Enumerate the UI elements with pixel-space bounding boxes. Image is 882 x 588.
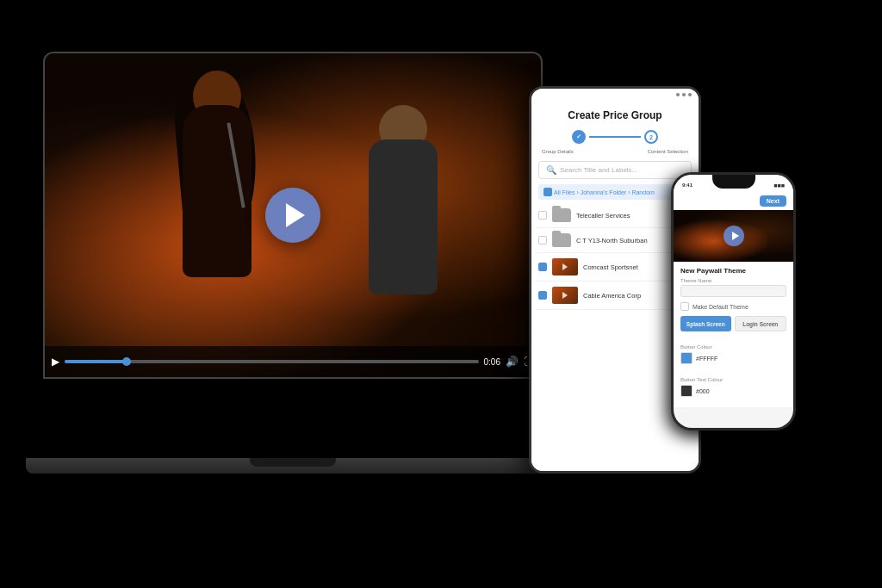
next-button[interactable]: Next bbox=[760, 195, 786, 207]
breadcrumb-bar: All Files › Johanna's Folder › Random bbox=[538, 184, 692, 200]
default-theme-label: Make Default Theme bbox=[693, 304, 748, 310]
play-icon bbox=[286, 203, 305, 227]
step-2-circle: 2 bbox=[644, 130, 658, 144]
button-text-color-row: #000 bbox=[680, 385, 786, 397]
button-color-label: Button Colour bbox=[680, 344, 712, 350]
file-checkbox-3[interactable] bbox=[538, 291, 547, 300]
control-play-icon[interactable]: ▶ bbox=[52, 356, 59, 368]
button-color-row: #FFFFF bbox=[680, 352, 786, 364]
button-text-color-value: #000 bbox=[696, 388, 710, 394]
search-placeholder-text: Search Title and Labels... bbox=[560, 166, 637, 174]
progress-fill bbox=[65, 360, 127, 363]
paywall-section-title: New Paywall Theme bbox=[680, 267, 786, 275]
theme-name-label: Theme Name bbox=[680, 278, 786, 283]
phone-device: 9:41 ■■■ Next New Paywall Theme Theme Na… bbox=[671, 172, 796, 430]
theme-name-input[interactable] bbox=[680, 285, 786, 297]
phone-screen: 9:41 ■■■ Next New Paywall Theme Theme Na… bbox=[674, 175, 793, 428]
laptop-notch bbox=[250, 458, 336, 467]
scene: ▶ 0:06 🔊 ⛶ bbox=[0, 0, 882, 588]
phone-notch bbox=[712, 175, 755, 189]
phone-top-bar: Next bbox=[674, 192, 793, 210]
status-dot-3 bbox=[688, 93, 692, 96]
phone-play-icon[interactable] bbox=[724, 226, 744, 246]
button-color-swatch[interactable] bbox=[680, 352, 693, 364]
paywall-form: New Paywall Theme Theme Name Make Defaul… bbox=[674, 262, 793, 407]
phone-concert-thumbnail bbox=[674, 210, 793, 262]
laptop: ▶ 0:06 🔊 ⛶ bbox=[43, 52, 560, 499]
video-controls-bar: ▶ 0:06 🔊 ⛶ bbox=[45, 346, 541, 377]
status-dot-2 bbox=[682, 93, 686, 96]
search-icon: 🔍 bbox=[546, 165, 556, 175]
guitarist-figure bbox=[334, 96, 472, 337]
button-text-color-label: Button Text Colour bbox=[680, 377, 723, 382]
folder-icon-1 bbox=[552, 233, 571, 247]
step-1-label: Group Details bbox=[542, 149, 574, 154]
file-checkbox-0[interactable] bbox=[538, 211, 547, 220]
tablet-status-bar bbox=[531, 89, 699, 101]
login-screen-btn[interactable]: Login Screen bbox=[735, 316, 787, 331]
step-labels: Group Details Content Selection bbox=[531, 147, 699, 156]
file-thumb-3 bbox=[552, 287, 578, 304]
play-button[interactable] bbox=[265, 188, 320, 243]
modal-title: Create Price Group bbox=[531, 101, 699, 127]
status-dot-1 bbox=[676, 93, 680, 96]
button-text-color-swatch[interactable] bbox=[680, 385, 693, 397]
video-player: ▶ 0:06 🔊 ⛶ bbox=[45, 53, 541, 377]
step-2-label: Content Selection bbox=[648, 149, 688, 154]
theme-name-group: Theme Name bbox=[680, 278, 786, 297]
phone-play-triangle bbox=[732, 232, 739, 240]
step-1-circle: ✓ bbox=[572, 130, 586, 144]
file-thumb-2 bbox=[552, 258, 578, 275]
button-color-value: #FFFFF bbox=[696, 356, 717, 362]
button-color-group: Button Colour #FFFFF bbox=[680, 337, 786, 364]
step-line bbox=[589, 136, 641, 138]
default-theme-row: Make Default Theme bbox=[680, 302, 786, 311]
file-checkbox-2[interactable] bbox=[538, 263, 547, 271]
splash-screen-btn[interactable]: Splash Screen bbox=[680, 316, 731, 331]
file-thumb-play-2 bbox=[562, 263, 568, 270]
file-thumb-play-3 bbox=[562, 292, 568, 299]
time-display: 0:06 bbox=[484, 357, 500, 367]
breadcrumb-checkbox[interactable] bbox=[543, 188, 552, 196]
theme-btn-group: Splash Screen Login Screen bbox=[680, 316, 786, 331]
guitarist-body bbox=[369, 139, 438, 294]
volume-icon[interactable]: 🔊 bbox=[506, 356, 519, 368]
progress-handle[interactable] bbox=[122, 357, 131, 366]
laptop-base bbox=[26, 458, 560, 473]
default-theme-checkbox[interactable] bbox=[680, 302, 689, 311]
button-text-color-group: Button Text Colour #000 bbox=[680, 369, 786, 397]
phone-battery: ■■■ bbox=[773, 183, 785, 189]
progress-bar[interactable] bbox=[65, 360, 479, 363]
file-checkbox-1[interactable] bbox=[538, 236, 547, 244]
breadcrumb-text: All Files › Johanna's Folder › Random bbox=[554, 189, 655, 195]
laptop-screen-body: ▶ 0:06 🔊 ⛶ bbox=[43, 52, 543, 379]
folder-icon-0 bbox=[552, 208, 571, 222]
steps-bar: ✓ 2 bbox=[531, 127, 699, 147]
search-bar[interactable]: 🔍 Search Title and Labels... bbox=[538, 161, 692, 179]
